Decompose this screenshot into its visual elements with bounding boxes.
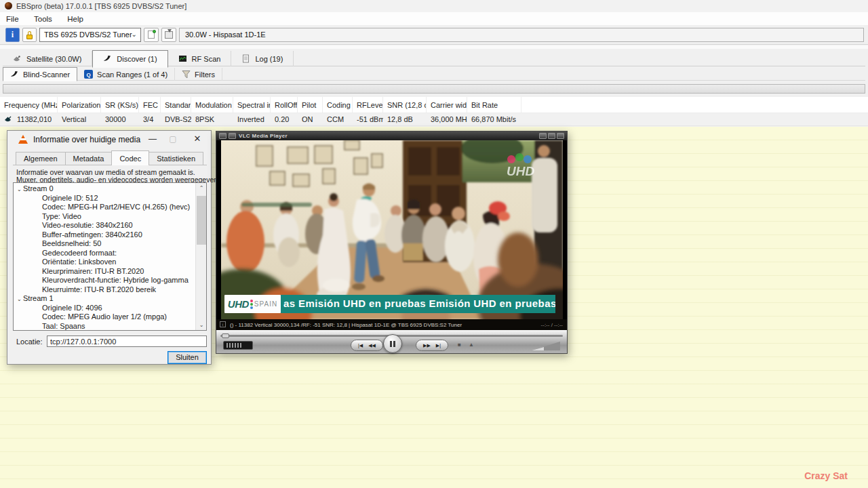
svg-text:Q: Q <box>86 72 90 78</box>
seek-thumb[interactable] <box>222 333 229 338</box>
tree-item[interactable]: ⌄Stream 0 <box>14 184 196 194</box>
header-cell[interactable]: SNR (12,8 dB) <box>383 97 427 113</box>
forward-next-buttons[interactable]: ▶▶ ▶| <box>416 340 448 351</box>
tree-item[interactable]: ⌄Stream 1 <box>14 294 196 304</box>
results-grid: Frequency (MHz)PolarizationSR (KS/s)FECS… <box>0 97 868 126</box>
log-icon <box>241 54 250 63</box>
tab-discover-1[interactable]: Discover (1) <box>92 50 167 68</box>
comet-icon <box>103 54 112 63</box>
dialog-close-icon[interactable]: ✕ <box>189 132 205 146</box>
tab-log-19[interactable]: Log (19) <box>231 51 294 66</box>
vlc-maximize-button[interactable] <box>548 133 555 139</box>
tree-item[interactable]: Buffer-afmetingen: 3840x2160 <box>14 230 196 240</box>
codec-tree: ⌄Stream 0Originele ID: 512Codec: MPEG-H … <box>13 182 207 331</box>
satellite-field[interactable]: 30.0W - Hispasat 1D-1E <box>179 28 864 42</box>
tab-satellite-30-0w[interactable]: Satellite (30.0W) <box>3 51 92 66</box>
tree-item[interactable]: Video-resolutie: 3840x2160 <box>14 221 196 230</box>
menu-file[interactable]: File <box>0 13 25 26</box>
header-cell[interactable]: Modulation <box>191 97 233 113</box>
tree-item[interactable]: Beeldsnelheid: 50 <box>14 239 196 249</box>
vlc-control-bar: |◀ ◀◀ ▶▶ ▶| ■ ▲ <box>216 330 567 353</box>
menu-tools[interactable]: Tools <box>28 13 58 26</box>
lock-button[interactable] <box>22 28 37 42</box>
chevron-down-icon[interactable]: ⌄ <box>14 296 23 302</box>
tree-item[interactable]: Gedecodeerd formaat: <box>14 249 196 258</box>
tree-item[interactable]: Kleurprimairen: ITU-R BT.2020 <box>14 267 196 277</box>
tree-item-label: Originele ID: 4096 <box>42 304 102 312</box>
play-pause-button[interactable] <box>383 334 402 353</box>
video-frame: UHD UHD SPAIN as Emisión UHD en pruebas … <box>221 140 563 319</box>
location-input[interactable]: tcp://127.0.0.1:7000 <box>47 336 207 347</box>
dialog-tab-algemeen[interactable]: Algemeen <box>16 152 66 165</box>
tree-item[interactable]: Originele ID: 4096 <box>14 304 196 313</box>
stop-button[interactable]: ■ <box>458 342 461 348</box>
dialog-tab-codec[interactable]: Codec <box>111 150 149 165</box>
dialog-tab-metadata[interactable]: Metadata <box>65 152 113 165</box>
eject-button[interactable]: ▲ <box>469 342 474 348</box>
subtab-blind-scanner[interactable]: Blind-Scanner <box>3 67 77 81</box>
tree-item[interactable]: Oriëntatie: Linksboven <box>14 258 196 267</box>
header-cell[interactable]: RFLevel <box>353 97 383 113</box>
scrollbar-thumb[interactable] <box>197 196 206 245</box>
tree-item-label: Gedecodeerd formaat: <box>42 249 117 257</box>
tab-rf-scan[interactable]: RF Scan <box>168 51 232 66</box>
vlc-close-button[interactable] <box>557 133 564 139</box>
satellite-dish-icon <box>4 115 13 125</box>
header-cell[interactable]: Frequency (MHz) <box>0 97 58 113</box>
tree-item[interactable]: Kleurruimte: ITU-R BT.2020 bereik <box>14 285 196 295</box>
menu-help[interactable]: Help <box>61 13 90 26</box>
vlc-pin-button[interactable] <box>229 133 236 139</box>
header-cell[interactable]: Pilot <box>298 97 323 113</box>
header-cell[interactable]: Coding ... <box>323 97 353 113</box>
fast-forward-icon[interactable]: ▶▶ <box>423 343 431 348</box>
header-cell[interactable]: Bit Rate <box>467 97 521 113</box>
tree-item-label: Type: Video <box>42 212 81 220</box>
next-icon[interactable]: ▶| <box>436 343 441 348</box>
subtab-scan-ranges-1-of-4[interactable]: QScan Ranges (1 of 4) <box>77 68 175 81</box>
tree-item-label: Stream 0 <box>23 184 54 192</box>
tree-item[interactable]: Taal: Spaans <box>14 322 196 331</box>
subtab-filters[interactable]: Filters <box>175 68 222 81</box>
header-cell[interactable]: Polarization <box>58 97 101 113</box>
header-cell[interactable]: SR (KS/s) <box>101 97 139 113</box>
previous-icon[interactable]: |◀ <box>358 343 363 348</box>
tree-item-label: Kleuroverdracht-functie: Hybride log-gam… <box>42 276 189 284</box>
media-info-dialog: Informatie over huidige media — ▢ ✕ Alge… <box>7 130 212 365</box>
tree-item-label: Originele ID: 512 <box>42 194 98 202</box>
tuner-select[interactable]: TBS 6925 DVBS/S2 Tuner ⌄ <box>39 28 141 42</box>
tree-item[interactable]: Codec: MPEG-H Part2/HEVC (H.265) (hevc) <box>14 203 196 212</box>
dialog-maximize-button[interactable]: ▢ <box>165 132 181 146</box>
volume-slider[interactable] <box>532 342 560 350</box>
tree-item[interactable]: Originele ID: 512 <box>14 194 196 203</box>
table-row[interactable]: 11382,010Vertical300003/4DVB-S28PSKInver… <box>0 113 868 126</box>
dialog-tab-statistieken[interactable]: Statistieken <box>149 152 203 165</box>
tree-item[interactable]: Type: Video <box>14 212 196 222</box>
header-cell[interactable]: Carrier width <box>427 97 467 113</box>
ticker-band: as Emisión UHD en pruebas Emisión UHD en… <box>281 295 555 313</box>
dialog-minimize-button[interactable]: — <box>144 132 161 146</box>
header-cell[interactable]: FEC <box>139 97 161 113</box>
tree-scrollbar[interactable]: ⌃ ⌄ <box>195 183 206 330</box>
prev-rewind-buttons[interactable]: |◀ ◀◀ <box>351 340 383 351</box>
chevron-down-icon[interactable]: ⌄ <box>14 186 23 192</box>
results-grid-rows: 11382,010Vertical300003/4DVB-S28PSKInver… <box>0 113 868 126</box>
rewind-icon[interactable]: ◀◀ <box>368 343 376 348</box>
subtab-label: Blind-Scanner <box>23 70 70 79</box>
import-button[interactable] <box>161 28 176 42</box>
vlc-system-menu-button[interactable] <box>219 133 226 139</box>
scroll-up-icon[interactable]: ⌃ <box>196 183 207 193</box>
note-button[interactable] <box>144 28 159 42</box>
comet-icon <box>10 70 19 79</box>
header-cell[interactable]: RollOff <box>271 97 298 113</box>
vlc-minimize-button[interactable] <box>539 133 547 139</box>
scroll-down-icon[interactable]: ⌄ <box>196 320 207 330</box>
sluiten-button[interactable]: Sluiten <box>167 351 207 364</box>
tree-item[interactable]: Kleuroverdracht-functie: Hybride log-gam… <box>14 276 196 285</box>
header-cell[interactable]: Spectral in... <box>233 97 271 113</box>
info-button[interactable]: i <box>5 28 20 42</box>
header-cell[interactable]: Standard <box>161 97 191 113</box>
ticker-text: as Emisión UHD en pruebas Emisión UHD en… <box>283 298 555 309</box>
visualization-display <box>223 341 253 350</box>
tree-item[interactable]: Codec: MPEG Audio layer 1/2 (mpga) <box>14 312 196 322</box>
uhd-spain-logo: UHD SPAIN <box>224 295 281 313</box>
